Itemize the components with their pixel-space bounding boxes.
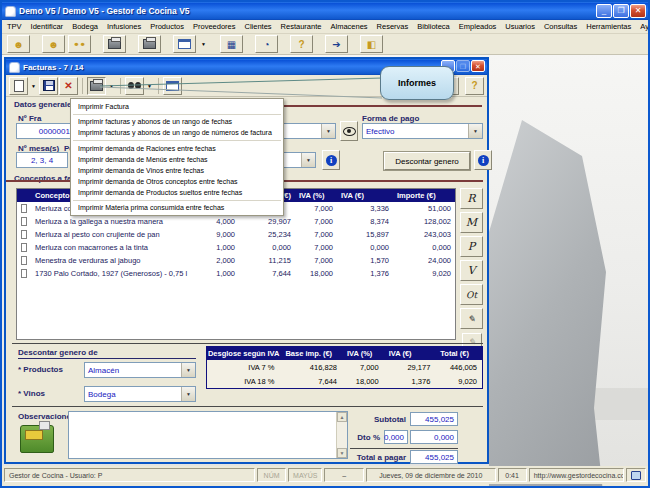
form-help-button[interactable]: ? (465, 77, 484, 95)
menu-item-demanda-menus[interactable]: Imprimir demanda de Menús entre fechas (71, 154, 283, 165)
save-button[interactable] (39, 77, 58, 95)
info-icon: i (326, 155, 337, 166)
menu-clientes[interactable]: Clientes (245, 22, 272, 31)
windows-dropdown-caret[interactable]: ▼ (199, 35, 208, 53)
menu-item-materia-prima[interactable]: Imprimir Materia prima consumida entre f… (71, 202, 283, 213)
menu-proveedores[interactable]: Proveedores (193, 22, 236, 31)
filter-otros-button[interactable]: Ot (460, 284, 483, 305)
clients-button[interactable]: ☻ (42, 35, 65, 53)
info-descontar-button[interactable]: i (474, 150, 492, 170)
search-button[interactable] (125, 77, 144, 95)
status-num: NÚM (257, 468, 286, 482)
chevron-down-icon[interactable]: ▼ (468, 124, 482, 138)
menu-item-imprimir-factura[interactable]: Imprimir Factura (71, 101, 283, 112)
info-personas-button[interactable]: i (322, 150, 340, 170)
application-window: Demo V5 / Demo V5 - Gestor de Cocina V5 … (0, 0, 650, 488)
clock-button[interactable]: ◔ (255, 35, 278, 53)
delete-button[interactable]: ✕ (59, 77, 78, 95)
export-button[interactable] (163, 77, 182, 95)
menu-herramientas[interactable]: Herramientas (586, 22, 631, 31)
row-checkbox[interactable] (21, 217, 27, 226)
dto-pct-field[interactable]: 0,000 (384, 430, 408, 444)
print-button[interactable] (138, 35, 161, 53)
status-url[interactable]: http://www.gestordecocina.com (529, 468, 624, 482)
person-icon: ☻ (48, 39, 59, 50)
person-icon: ☻ (13, 39, 24, 50)
menu-bodega[interactable]: Bodega (72, 22, 98, 31)
connect-button[interactable]: ➔ (325, 35, 348, 53)
menu-productos[interactable]: Productos (150, 22, 184, 31)
filter-vinos-button[interactable]: V (460, 260, 483, 281)
chevron-down-icon[interactable]: ▼ (181, 387, 195, 401)
table-row[interactable]: Merluza a la gallega a nuestra manera 4,… (17, 215, 455, 228)
filter-raciones-button[interactable]: R (460, 188, 483, 209)
view-client-button[interactable] (340, 121, 358, 141)
app-icon (5, 6, 16, 17)
connect-icon: ➔ (332, 39, 340, 50)
windows-button[interactable] (173, 35, 196, 53)
menu-identificar[interactable]: Identificar (31, 22, 64, 31)
menu-restaurante[interactable]: Restaurante (281, 22, 322, 31)
menu-biblioteca[interactable]: Biblioteca (417, 22, 450, 31)
row-checkbox[interactable] (21, 204, 27, 213)
menu-item-demanda-otros[interactable]: Imprimir demanda de Otros conceptos entr… (71, 176, 283, 187)
menu-item-demanda-productos-sueltos[interactable]: Imprimir demanda de Productos sueltos en… (71, 187, 283, 198)
menu-reservas[interactable]: Reservas (377, 22, 409, 31)
descontar-genero-button[interactable]: Descontar genero (384, 152, 470, 170)
scroll-up-icon[interactable]: ▲ (337, 412, 347, 422)
menu-tpv[interactable]: TPV (7, 22, 22, 31)
close-icon[interactable]: ✕ (471, 60, 485, 72)
table-row[interactable]: Merluza con macarrones a la tinta 1,000 … (17, 241, 455, 254)
filter-menus-button[interactable]: M (460, 212, 483, 233)
cash-register-icon (20, 425, 54, 453)
vinos-combo[interactable]: Bodega ▼ (84, 386, 196, 402)
observaciones-textarea[interactable]: ▲ ▼ (68, 411, 348, 459)
menu-empleados[interactable]: Empleados (459, 22, 497, 31)
employees-button[interactable]: ☻☻ (68, 35, 91, 53)
identify-user-button[interactable]: ☻ (7, 35, 30, 53)
productos-combo-value: Almacén (85, 366, 181, 375)
close-icon[interactable]: ✕ (630, 4, 646, 18)
iva-header-row: Desglose según IVA Base imp. (€) IVA (%)… (207, 347, 482, 360)
menu-consultas[interactable]: Consultas (544, 22, 577, 31)
restore-icon[interactable]: ❐ (613, 4, 629, 18)
forma-pago-combo[interactable]: Efectivo ▼ (362, 123, 483, 139)
row-checkbox[interactable] (21, 269, 27, 278)
scroll-down-icon[interactable]: ▼ (337, 448, 347, 458)
row-checkbox[interactable] (21, 256, 27, 265)
menu-item-facturas-rango-fechas[interactable]: Imprimir facturas y abonos de un rango d… (71, 116, 283, 127)
search-caret[interactable]: ▼ (145, 77, 154, 95)
menu-ayuda[interactable]: Ayuda (640, 22, 650, 31)
chevron-down-icon[interactable]: ▼ (301, 153, 315, 167)
table-row[interactable]: 1730 Palo Cortado, 1927 (Generosos) - 0,… (17, 267, 455, 280)
table-row[interactable]: Merluza al pesto con crujiente de pan 9,… (17, 228, 455, 241)
productos-combo[interactable]: Almacén ▼ (84, 362, 196, 378)
nro-mesas-field[interactable]: 2, 3, 4 (16, 152, 68, 168)
table-row[interactable]: Menestra de verduras al jabugo 2,000 11,… (17, 254, 455, 267)
menu-usuarios[interactable]: Usuarios (505, 22, 535, 31)
menu-infusiones[interactable]: Infusiones (107, 22, 141, 31)
row-checkbox[interactable] (21, 230, 27, 239)
edit-concept-button[interactable]: ✎ (460, 308, 483, 329)
print-setup-button[interactable] (103, 35, 126, 53)
status-network (626, 468, 646, 482)
new-record-button[interactable] (9, 77, 28, 95)
new-record-caret[interactable]: ▼ (29, 77, 38, 95)
status-mayus: MAYÚS (288, 468, 322, 482)
menu-almacenes[interactable]: Almacenes (330, 22, 367, 31)
help-button[interactable]: ? (290, 35, 313, 53)
minimize-icon[interactable]: _ (596, 4, 612, 18)
menu-item-demanda-vinos[interactable]: Imprimir demanda de Vinos entre fechas (71, 165, 283, 176)
filter-productos-button[interactable]: P (460, 236, 483, 257)
menu-item-facturas-rango-numeros[interactable]: Imprimir facturas y abonos de un rango d… (71, 127, 283, 138)
exit-button[interactable]: ◧ (360, 35, 383, 53)
row-checkbox[interactable] (21, 243, 27, 252)
menu-item-demanda-raciones[interactable]: Imprimir demanda de Raciones entre fecha… (71, 143, 283, 154)
total-a-pagar-field: 455,025 (410, 450, 458, 464)
calculator-button[interactable]: ▦ (220, 35, 243, 53)
chevron-down-icon[interactable]: ▼ (321, 124, 335, 138)
print-reports-button[interactable] (87, 77, 106, 95)
chevron-down-icon[interactable]: ▼ (181, 363, 195, 377)
maximize-icon[interactable]: ❐ (456, 60, 470, 72)
print-reports-caret[interactable]: ▼ (107, 77, 116, 95)
